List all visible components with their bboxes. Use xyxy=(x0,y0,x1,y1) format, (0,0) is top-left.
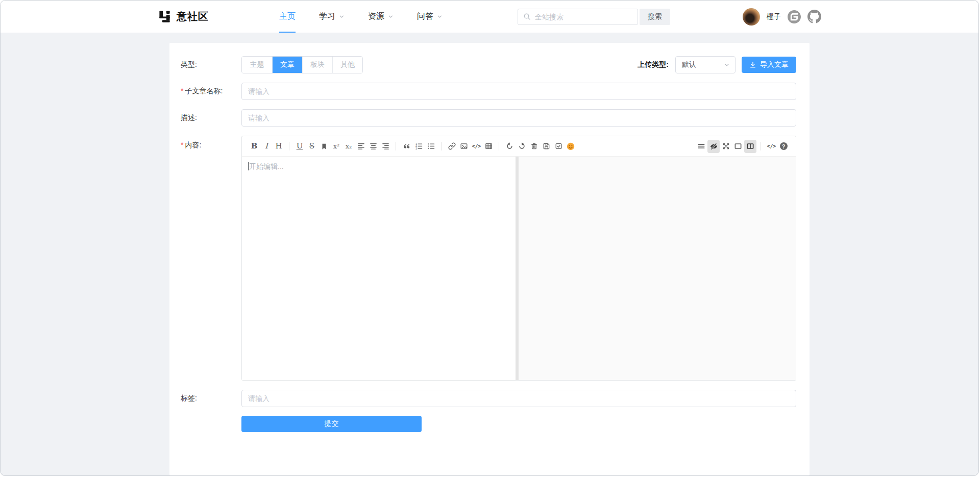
upload-type-select[interactable]: 默认 xyxy=(675,56,736,73)
sub-article-name-label: *子文章名称: xyxy=(181,87,241,96)
menu-button[interactable] xyxy=(695,140,707,153)
browser-window: 意社区 主页 学习 资源 问答 xyxy=(0,0,979,476)
superscript-button[interactable]: x² xyxy=(330,140,342,153)
chevron-down-icon xyxy=(724,62,730,68)
tags-row: 标签: xyxy=(181,390,796,407)
split-view-icon xyxy=(746,142,754,150)
image-button[interactable] xyxy=(458,140,470,153)
fullscreen-icon xyxy=(722,142,730,150)
align-center-button[interactable] xyxy=(367,140,379,153)
tags-input[interactable] xyxy=(241,390,796,407)
save-icon xyxy=(543,142,550,150)
preview-button[interactable] xyxy=(732,140,744,153)
quote-icon xyxy=(403,142,410,150)
import-article-label: 导入文章 xyxy=(760,60,789,69)
toolbar-right-group: </> ? xyxy=(695,140,790,153)
subscript-button[interactable]: x₂ xyxy=(342,140,355,153)
code-block-button[interactable]: </> xyxy=(470,140,482,153)
task-check-button[interactable] xyxy=(552,140,565,153)
text-cursor xyxy=(248,162,249,170)
nav-item-learn[interactable]: 学习 xyxy=(319,1,345,33)
eye-off-button[interactable] xyxy=(707,140,720,153)
nav-item-learn-label: 学习 xyxy=(319,11,335,22)
sub-article-name-input[interactable] xyxy=(241,83,796,100)
quote-button[interactable] xyxy=(400,140,412,153)
delete-button[interactable] xyxy=(528,140,540,153)
search-input[interactable] xyxy=(535,13,632,21)
description-row: 描述: xyxy=(181,109,796,127)
required-marker: * xyxy=(181,141,183,149)
unordered-list-button[interactable] xyxy=(425,140,437,153)
emoji-icon xyxy=(567,142,575,150)
chevron-down-icon xyxy=(339,14,345,19)
ordered-list-button[interactable]: 123 xyxy=(412,140,425,153)
menu-icon xyxy=(697,142,705,150)
nav-item-resources[interactable]: 资源 xyxy=(368,1,394,33)
heading-button[interactable]: H xyxy=(273,140,285,153)
brand[interactable]: 意社区 xyxy=(158,10,209,23)
type-row: 类型: 主题 文章 板块 其他 上传类型: 默认 xyxy=(181,56,796,73)
import-article-button[interactable]: 导入文章 xyxy=(742,57,796,73)
nav-item-qa[interactable]: 问答 xyxy=(417,1,443,33)
editor-input-pane[interactable]: 开始编辑... xyxy=(242,157,516,380)
nav-item-home-label: 主页 xyxy=(279,11,296,22)
search-bar: 搜索 xyxy=(518,9,670,25)
toolbar-divider xyxy=(289,142,289,150)
split-view-button[interactable] xyxy=(744,140,756,153)
fullscreen-button[interactable] xyxy=(720,140,732,153)
description-input[interactable] xyxy=(241,109,796,127)
underline-button[interactable]: U xyxy=(293,140,306,153)
submit-button[interactable]: 提交 xyxy=(241,416,422,432)
editor-toolbar: B I H U S x² x₂ xyxy=(242,136,796,157)
content-label: *内容: xyxy=(181,136,241,150)
nav-item-resources-label: 资源 xyxy=(368,11,384,22)
strikethrough-icon: S xyxy=(309,142,314,150)
strikethrough-button[interactable]: S xyxy=(306,140,318,153)
toolbar-divider xyxy=(499,142,499,150)
emoji-button[interactable] xyxy=(565,140,577,153)
navbar-inner: 意社区 主页 学习 资源 问答 xyxy=(158,1,821,33)
username: 橙子 xyxy=(767,12,781,21)
italic-button[interactable]: I xyxy=(260,140,273,153)
tags-label: 标签: xyxy=(181,394,241,403)
main-nav: 主页 学习 资源 问答 xyxy=(279,1,443,33)
help-icon: ? xyxy=(780,142,788,150)
site-title: 意社区 xyxy=(177,10,209,23)
source-code-button[interactable]: </> xyxy=(765,140,777,153)
type-option-board[interactable]: 板块 xyxy=(302,57,332,73)
bold-button[interactable]: B xyxy=(248,140,260,153)
mark-button[interactable] xyxy=(318,140,330,153)
table-button[interactable] xyxy=(482,140,495,153)
site-logo-icon xyxy=(158,10,172,23)
navbar: 意社区 主页 学习 资源 问答 xyxy=(1,1,978,33)
github-icon[interactable] xyxy=(807,10,821,23)
type-option-other[interactable]: 其他 xyxy=(332,57,362,73)
toolbar-divider xyxy=(441,142,442,150)
nav-item-home[interactable]: 主页 xyxy=(279,1,296,33)
form-card: 类型: 主题 文章 板块 其他 上传类型: 默认 xyxy=(169,43,810,475)
search-icon xyxy=(523,13,531,20)
chevron-down-icon xyxy=(437,14,443,19)
save-button[interactable] xyxy=(540,140,552,153)
help-button[interactable]: ? xyxy=(777,140,790,153)
heading-icon: H xyxy=(275,142,282,150)
avatar[interactable] xyxy=(743,8,760,26)
align-right-button[interactable] xyxy=(379,140,391,153)
redo-button[interactable] xyxy=(516,140,528,153)
type-option-topic[interactable]: 主题 xyxy=(242,57,272,73)
subscript-icon: x₂ xyxy=(346,143,352,149)
type-segmented-control: 主题 文章 板块 其他 xyxy=(241,56,363,73)
type-label: 类型: xyxy=(181,60,241,69)
search-button[interactable]: 搜索 xyxy=(640,9,670,25)
align-center-icon xyxy=(370,142,377,150)
align-left-button[interactable] xyxy=(355,140,367,153)
upload-type-selected-value: 默认 xyxy=(682,60,696,69)
sub-article-name-row: *子文章名称: xyxy=(181,83,796,100)
type-option-article[interactable]: 文章 xyxy=(272,57,302,73)
gitee-icon[interactable] xyxy=(788,10,801,23)
download-icon xyxy=(749,61,756,68)
undo-button[interactable] xyxy=(503,140,516,153)
nav-item-qa-label: 问答 xyxy=(417,11,433,22)
link-button[interactable] xyxy=(446,140,458,153)
toolbar-divider xyxy=(761,142,761,150)
